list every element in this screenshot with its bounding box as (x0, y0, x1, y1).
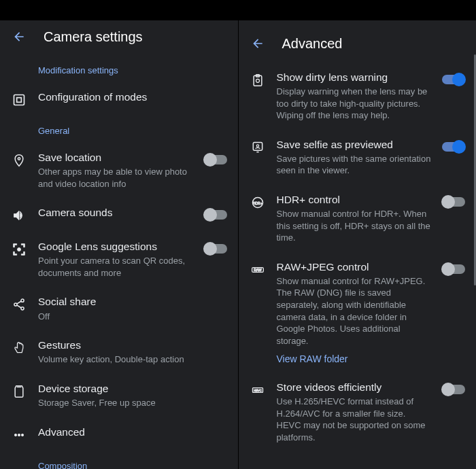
svg-point-7 (18, 434, 20, 436)
row-title: Save location (38, 151, 193, 164)
section-general: General (0, 116, 238, 143)
svg-text:HDR+: HDR+ (253, 201, 262, 205)
back-icon[interactable] (11, 29, 27, 45)
row-sub: Save pictures with the same orientation … (277, 153, 432, 177)
svg-text:HEVC: HEVC (254, 389, 262, 392)
toggle-selfie-preview[interactable] (442, 141, 465, 153)
row-advanced[interactable]: Advanced (0, 417, 238, 451)
selfie-icon (250, 139, 266, 156)
camera-settings-panel: Camera settings Modification settings Co… (0, 20, 239, 469)
row-sub: Volume key action, Double-tap action (38, 353, 227, 366)
raw-icon: RAW (250, 262, 266, 278)
left-header: Camera settings (0, 20, 238, 56)
row-sub: Use H.265/HEVC format instead of H.264/A… (277, 396, 432, 443)
row-title: Gestures (38, 338, 227, 352)
toggle-store-videos[interactable] (442, 383, 465, 396)
row-title: Advanced (38, 425, 227, 439)
toggle-google-lens[interactable] (204, 243, 227, 255)
row-sub: Other apps may be able to view photo and… (38, 166, 193, 190)
row-sub: Show manual control for RAW+JPEG. The RA… (277, 275, 432, 347)
row-dirty-lens[interactable]: Show dirty lens warning Display warning … (239, 63, 477, 130)
svg-point-11 (256, 79, 259, 82)
row-title: Google Lens suggestions (38, 240, 193, 254)
section-composition: Composition (0, 451, 238, 469)
row-configuration-of-modes[interactable]: Configuration of modes (0, 82, 238, 116)
row-social-share[interactable]: Social share Off (0, 287, 238, 330)
row-sub: Point your camera to scan QR codes, docu… (38, 255, 193, 279)
svg-rect-1 (17, 98, 22, 103)
svg-point-13 (256, 145, 258, 147)
row-title: Configuration of modes (38, 90, 227, 104)
row-title: Save selfie as previewed (277, 138, 432, 152)
toggle-camera-sounds[interactable] (204, 209, 227, 221)
toggle-dirty-lens[interactable] (442, 73, 465, 86)
row-sub: Display warning when the lens may be too… (277, 86, 432, 122)
right-scroll[interactable]: Show dirty lens warning Display warning … (239, 63, 477, 469)
right-header: Advanced (239, 27, 477, 63)
row-title: Device storage (38, 382, 227, 396)
storage-icon (11, 383, 27, 400)
svg-point-8 (21, 434, 23, 436)
page-title: Camera settings (44, 29, 143, 45)
svg-rect-12 (253, 142, 262, 150)
row-title: Camera sounds (38, 206, 193, 220)
advanced-panel: Advanced Show dirty lens warning Display… (239, 20, 477, 469)
row-title: Social share (38, 295, 227, 309)
sound-icon (11, 207, 27, 224)
row-gestures[interactable]: Gestures Volume key action, Double-tap a… (0, 330, 238, 374)
row-raw-jpeg[interactable]: RAW RAW+JPEG control Show manual control… (239, 252, 477, 372)
row-camera-sounds[interactable]: Camera sounds (0, 198, 238, 232)
row-sub: Show manual control for HDR+. When this … (277, 208, 432, 244)
location-icon (11, 152, 27, 169)
svg-text:RAW: RAW (254, 267, 262, 271)
svg-rect-0 (14, 95, 24, 105)
modes-icon (11, 92, 27, 108)
hdr-icon: HDR+ (250, 194, 266, 211)
more-icon (11, 427, 27, 443)
toggle-raw-jpeg[interactable] (442, 263, 465, 275)
page-title: Advanced (282, 36, 343, 52)
toggle-hdr[interactable] (442, 196, 465, 208)
row-sub: Storage Saver, Free up space (38, 397, 227, 409)
gestures-icon (11, 340, 27, 356)
svg-point-2 (18, 248, 21, 251)
row-save-location[interactable]: Save location Other apps may be able to … (0, 143, 238, 198)
row-title: RAW+JPEG control (277, 260, 432, 274)
toggle-save-location[interactable] (204, 154, 227, 166)
hevc-icon: HEVC (250, 382, 266, 398)
clipboard-icon (250, 72, 266, 88)
row-title: Show dirty lens warning (277, 71, 432, 84)
row-title: HDR+ control (277, 193, 432, 207)
left-scroll[interactable]: Modification settings Configuration of m… (0, 56, 238, 469)
row-selfie-preview[interactable]: Save selfie as previewed Save pictures w… (239, 130, 477, 185)
lens-icon (11, 241, 27, 258)
row-title: Store videos efficiently (277, 381, 432, 394)
row-store-videos[interactable]: HEVC Store videos efficiently Use H.265/… (239, 372, 477, 451)
row-hdr-control[interactable]: HDR+ HDR+ control Show manual control fo… (239, 185, 477, 252)
row-sub: Off (38, 311, 227, 323)
svg-point-6 (14, 434, 16, 436)
back-icon[interactable] (250, 35, 266, 52)
row-google-lens[interactable]: Google Lens suggestions Point your camer… (0, 232, 238, 287)
row-device-storage[interactable]: Device storage Storage Saver, Free up sp… (0, 374, 238, 417)
share-icon (11, 296, 27, 313)
section-modification: Modification settings (0, 56, 238, 82)
link-view-raw-folder[interactable]: View RAW folder (277, 353, 432, 364)
